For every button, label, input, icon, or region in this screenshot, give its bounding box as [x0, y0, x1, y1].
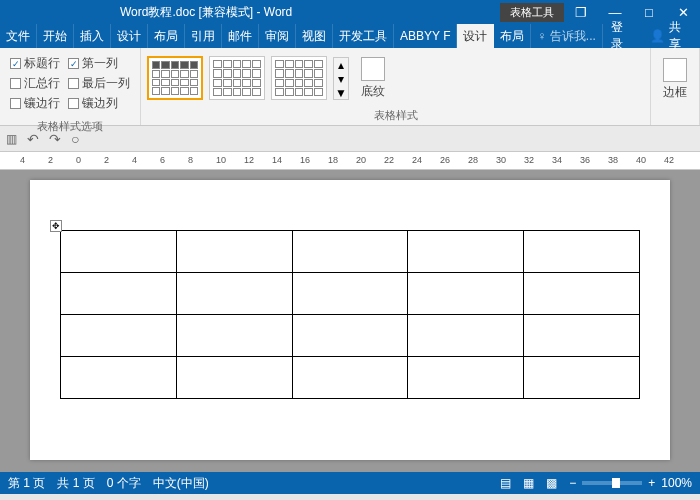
window-maximize-icon[interactable]: □	[632, 0, 666, 24]
tab-layout[interactable]: 布局	[148, 24, 185, 48]
view-print-icon[interactable]: ▦	[523, 476, 534, 490]
table-cell[interactable]	[176, 315, 292, 357]
tab-abbyy[interactable]: ABBYY F	[394, 24, 457, 48]
shading-button[interactable]: 底纹	[355, 55, 391, 102]
group-table-styles: ▴ ▾ ▼ 底纹 表格样式	[141, 48, 651, 125]
table-cell[interactable]	[292, 357, 408, 399]
view-read-icon[interactable]: ▤	[500, 476, 511, 490]
title-bar: Word教程.doc [兼容模式] - Word 表格工具 ❐ — □ ✕	[0, 0, 700, 24]
table-cell[interactable]	[61, 231, 177, 273]
tab-review[interactable]: 审阅	[259, 24, 296, 48]
share-icon: 👤	[650, 29, 665, 43]
group-borders: 边框	[651, 48, 700, 125]
table-cell[interactable]	[176, 231, 292, 273]
table-cell[interactable]	[292, 315, 408, 357]
table-cell[interactable]	[292, 273, 408, 315]
table-cell[interactable]	[524, 357, 640, 399]
document-title: Word教程.doc [兼容模式] - Word	[100, 4, 500, 21]
chk-first-col[interactable]: ✓第一列	[68, 54, 118, 73]
zoom-control[interactable]: − + 100%	[569, 476, 692, 490]
table-cell[interactable]	[292, 231, 408, 273]
styles-scroll-down-icon[interactable]: ▾	[334, 72, 348, 85]
tab-file[interactable]: 文件	[0, 24, 37, 48]
qat-more-button[interactable]: ○	[71, 131, 79, 147]
horizontal-ruler[interactable]: 4202468101214161820222426283032343638404…	[0, 152, 700, 170]
table-cell[interactable]	[408, 315, 524, 357]
tab-references[interactable]: 引用	[185, 24, 222, 48]
borders-icon	[663, 58, 687, 82]
tell-me[interactable]: ♀ 告诉我...	[531, 24, 602, 48]
view-web-icon[interactable]: ▩	[546, 476, 557, 490]
tab-start[interactable]: 开始	[37, 24, 74, 48]
ribbon-tabs: 文件 开始 插入 设计 布局 引用 邮件 审阅 视图 开发工具 ABBYY F …	[0, 24, 700, 48]
zoom-level[interactable]: 100%	[661, 476, 692, 490]
tab-table-layout[interactable]: 布局	[494, 24, 531, 48]
group-style-options: ✓标题行 ✓第一列 汇总行 最后一列 镶边行 镶边列 表格样式选项	[0, 48, 141, 125]
zoom-in-icon[interactable]: +	[648, 476, 655, 490]
chk-banded-row[interactable]: 镶边行	[10, 94, 60, 113]
undo-button[interactable]: ↶	[27, 131, 39, 147]
table-cell[interactable]	[524, 273, 640, 315]
status-bar: 第 1 页 共 1 页 0 个字 中文(中国) ▤ ▦ ▩ − + 100%	[0, 472, 700, 494]
zoom-out-icon[interactable]: −	[569, 476, 576, 490]
table-cell[interactable]	[524, 231, 640, 273]
borders-button[interactable]: 边框	[657, 56, 693, 103]
table-style-3[interactable]	[271, 56, 327, 100]
table-cell[interactable]	[408, 273, 524, 315]
zoom-slider[interactable]	[582, 481, 642, 485]
login-button[interactable]: 登录	[603, 24, 642, 48]
ribbon: ✓标题行 ✓第一列 汇总行 最后一列 镶边行 镶边列 表格样式选项 ▴ ▾ ▼	[0, 48, 700, 126]
status-page[interactable]: 第 1 页	[8, 475, 45, 492]
window-restore-icon[interactable]: ❐	[564, 0, 598, 24]
table-cell[interactable]	[61, 357, 177, 399]
styles-more-icon[interactable]: ▼	[334, 86, 348, 99]
table-cell[interactable]	[61, 273, 177, 315]
table-cell[interactable]	[176, 357, 292, 399]
tab-insert[interactable]: 插入	[74, 24, 111, 48]
status-pages[interactable]: 共 1 页	[57, 475, 94, 492]
tab-view[interactable]: 视图	[296, 24, 333, 48]
table-move-handle-icon[interactable]: ✥	[50, 220, 62, 232]
chk-header-row[interactable]: ✓标题行	[10, 54, 60, 73]
chk-banded-col[interactable]: 镶边列	[68, 94, 118, 113]
shading-icon	[361, 57, 385, 81]
table-style-1[interactable]	[147, 56, 203, 100]
styles-scroll-up-icon[interactable]: ▴	[334, 58, 348, 71]
page[interactable]: ✥	[30, 180, 670, 460]
document-area[interactable]: ✥	[0, 170, 700, 472]
document-table[interactable]	[60, 230, 640, 399]
tab-developer[interactable]: 开发工具	[333, 24, 394, 48]
share-button[interactable]: 👤共享	[642, 24, 700, 48]
group-label: 表格样式	[141, 108, 650, 125]
status-words[interactable]: 0 个字	[107, 475, 141, 492]
tab-design[interactable]: 设计	[111, 24, 148, 48]
chk-total-row[interactable]: 汇总行	[10, 74, 60, 93]
context-tab-label: 表格工具	[500, 3, 564, 22]
group-label: 表格样式选项	[0, 119, 140, 136]
table-cell[interactable]	[524, 315, 640, 357]
qat-handle-icon[interactable]: ▥	[6, 132, 17, 146]
redo-button[interactable]: ↷	[49, 131, 61, 147]
table-cell[interactable]	[61, 315, 177, 357]
chk-last-col[interactable]: 最后一列	[68, 74, 130, 93]
tab-table-design[interactable]: 设计	[457, 24, 494, 48]
table-style-2[interactable]	[209, 56, 265, 100]
tab-mail[interactable]: 邮件	[222, 24, 259, 48]
table-cell[interactable]	[408, 357, 524, 399]
status-language[interactable]: 中文(中国)	[153, 475, 209, 492]
table-cell[interactable]	[176, 273, 292, 315]
table-cell[interactable]	[408, 231, 524, 273]
